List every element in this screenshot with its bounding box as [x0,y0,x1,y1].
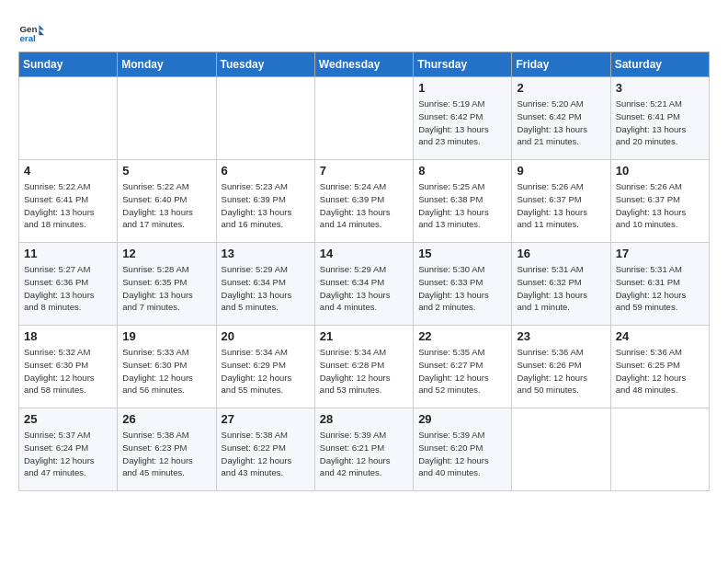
week-row-1: 1Sunrise: 5:19 AMSunset: 6:42 PMDaylight… [19,77,710,160]
calendar-cell: 27Sunrise: 5:38 AMSunset: 6:22 PMDayligh… [216,408,314,491]
calendar-cell [216,77,314,160]
day-info: Sunrise: 5:27 AMSunset: 6:36 PMDaylight:… [24,263,112,314]
calendar-cell [118,77,216,160]
calendar-cell: 4Sunrise: 5:22 AMSunset: 6:41 PMDaylight… [19,160,118,243]
logo-icon: Gen eral [18,18,44,44]
day-number: 16 [517,247,605,260]
day-info: Sunrise: 5:38 AMSunset: 6:22 PMDaylight:… [222,429,310,479]
week-row-5: 25Sunrise: 5:37 AMSunset: 6:24 PMDayligh… [19,408,710,491]
calendar-cell [512,408,610,491]
calendar-cell: 28Sunrise: 5:39 AMSunset: 6:21 PMDayligh… [314,408,413,491]
calendar-cell: 12Sunrise: 5:28 AMSunset: 6:35 PMDayligh… [118,243,216,326]
calendar-cell: 9Sunrise: 5:26 AMSunset: 6:37 PMDaylight… [512,160,610,243]
day-number: 24 [616,329,704,343]
day-info: Sunrise: 5:25 AMSunset: 6:38 PMDaylight:… [418,180,506,231]
calendar-cell: 7Sunrise: 5:24 AMSunset: 6:39 PMDaylight… [314,160,413,243]
calendar-cell: 23Sunrise: 5:36 AMSunset: 6:26 PMDayligh… [512,326,610,408]
calendar-cell [314,77,413,160]
day-info: Sunrise: 5:34 AMSunset: 6:29 PMDaylight:… [222,346,310,396]
svg-marker-3 [39,30,44,36]
day-info: Sunrise: 5:26 AMSunset: 6:37 PMDaylight:… [616,180,704,231]
day-info: Sunrise: 5:36 AMSunset: 6:25 PMDaylight:… [616,346,704,396]
calendar-cell: 13Sunrise: 5:29 AMSunset: 6:34 PMDayligh… [216,243,314,326]
day-number: 5 [122,164,210,178]
day-number: 2 [517,81,605,95]
day-number: 19 [122,329,210,343]
day-number: 11 [24,247,112,260]
day-header-tuesday: Tuesday [216,52,314,77]
day-info: Sunrise: 5:32 AMSunset: 6:30 PMDaylight:… [24,346,112,396]
day-info: Sunrise: 5:24 AMSunset: 6:39 PMDaylight:… [320,180,408,231]
day-number: 9 [517,164,605,178]
svg-marker-2 [39,25,44,30]
calendar-cell [610,408,709,491]
calendar-cell: 8Sunrise: 5:25 AMSunset: 6:38 PMDaylight… [414,160,512,243]
calendar-cell: 22Sunrise: 5:35 AMSunset: 6:27 PMDayligh… [414,326,512,408]
day-info: Sunrise: 5:30 AMSunset: 6:33 PMDaylight:… [418,263,506,314]
day-info: Sunrise: 5:21 AMSunset: 6:41 PMDaylight:… [616,98,704,148]
calendar-table: SundayMondayTuesdayWednesdayThursdayFrid… [18,52,710,491]
week-row-2: 4Sunrise: 5:22 AMSunset: 6:41 PMDaylight… [19,160,710,243]
day-info: Sunrise: 5:29 AMSunset: 6:34 PMDaylight:… [222,263,310,314]
day-info: Sunrise: 5:28 AMSunset: 6:35 PMDaylight:… [122,263,210,314]
calendar-cell: 15Sunrise: 5:30 AMSunset: 6:33 PMDayligh… [414,243,512,326]
day-info: Sunrise: 5:38 AMSunset: 6:23 PMDaylight:… [122,429,210,479]
day-number: 13 [222,247,310,260]
day-header-saturday: Saturday [610,52,709,77]
week-row-4: 18Sunrise: 5:32 AMSunset: 6:30 PMDayligh… [19,326,710,408]
day-number: 22 [418,329,506,343]
day-number: 7 [320,164,408,178]
calendar-cell: 10Sunrise: 5:26 AMSunset: 6:37 PMDayligh… [610,160,709,243]
day-number: 4 [24,164,112,178]
day-info: Sunrise: 5:39 AMSunset: 6:21 PMDaylight:… [320,429,408,479]
day-header-wednesday: Wednesday [314,52,413,77]
day-number: 29 [418,412,506,426]
day-number: 20 [222,329,310,343]
header-row: SundayMondayTuesdayWednesdayThursdayFrid… [19,52,710,77]
day-header-sunday: Sunday [19,52,118,77]
day-number: 10 [616,164,704,178]
day-info: Sunrise: 5:22 AMSunset: 6:40 PMDaylight:… [122,180,210,231]
calendar-cell [19,77,118,160]
day-number: 3 [616,81,704,95]
calendar-cell: 18Sunrise: 5:32 AMSunset: 6:30 PMDayligh… [19,326,118,408]
day-header-thursday: Thursday [414,52,512,77]
day-number: 1 [418,81,506,95]
calendar-cell: 17Sunrise: 5:31 AMSunset: 6:31 PMDayligh… [610,243,709,326]
day-info: Sunrise: 5:26 AMSunset: 6:37 PMDaylight:… [517,180,605,231]
calendar-cell: 5Sunrise: 5:22 AMSunset: 6:40 PMDaylight… [118,160,216,243]
day-number: 18 [24,329,112,343]
day-number: 27 [222,412,310,426]
day-number: 6 [222,164,310,178]
day-header-monday: Monday [118,52,216,77]
day-info: Sunrise: 5:19 AMSunset: 6:42 PMDaylight:… [418,98,506,148]
day-number: 8 [418,164,506,178]
header: Gen eral [18,15,710,44]
day-number: 14 [320,247,408,260]
day-info: Sunrise: 5:33 AMSunset: 6:30 PMDaylight:… [122,346,210,396]
day-info: Sunrise: 5:23 AMSunset: 6:39 PMDaylight:… [222,180,310,231]
calendar-cell: 16Sunrise: 5:31 AMSunset: 6:32 PMDayligh… [512,243,610,326]
calendar-cell: 2Sunrise: 5:20 AMSunset: 6:42 PMDaylight… [512,77,610,160]
day-info: Sunrise: 5:37 AMSunset: 6:24 PMDaylight:… [24,429,112,479]
calendar-cell: 14Sunrise: 5:29 AMSunset: 6:34 PMDayligh… [314,243,413,326]
calendar-cell: 6Sunrise: 5:23 AMSunset: 6:39 PMDaylight… [216,160,314,243]
calendar-cell: 20Sunrise: 5:34 AMSunset: 6:29 PMDayligh… [216,326,314,408]
day-number: 23 [517,329,605,343]
day-info: Sunrise: 5:31 AMSunset: 6:32 PMDaylight:… [517,263,605,314]
calendar-cell: 29Sunrise: 5:39 AMSunset: 6:20 PMDayligh… [414,408,512,491]
day-number: 26 [122,412,210,426]
calendar-cell: 21Sunrise: 5:34 AMSunset: 6:28 PMDayligh… [314,326,413,408]
day-number: 12 [122,247,210,260]
day-header-friday: Friday [512,52,610,77]
day-number: 25 [24,412,112,426]
day-info: Sunrise: 5:29 AMSunset: 6:34 PMDaylight:… [320,263,408,314]
day-info: Sunrise: 5:39 AMSunset: 6:20 PMDaylight:… [418,429,506,479]
day-number: 15 [418,247,506,260]
week-row-3: 11Sunrise: 5:27 AMSunset: 6:36 PMDayligh… [19,243,710,326]
day-info: Sunrise: 5:34 AMSunset: 6:28 PMDaylight:… [320,346,408,396]
calendar-cell: 26Sunrise: 5:38 AMSunset: 6:23 PMDayligh… [118,408,216,491]
calendar-cell: 1Sunrise: 5:19 AMSunset: 6:42 PMDaylight… [414,77,512,160]
day-number: 17 [616,247,704,260]
logo: Gen eral [18,18,48,44]
